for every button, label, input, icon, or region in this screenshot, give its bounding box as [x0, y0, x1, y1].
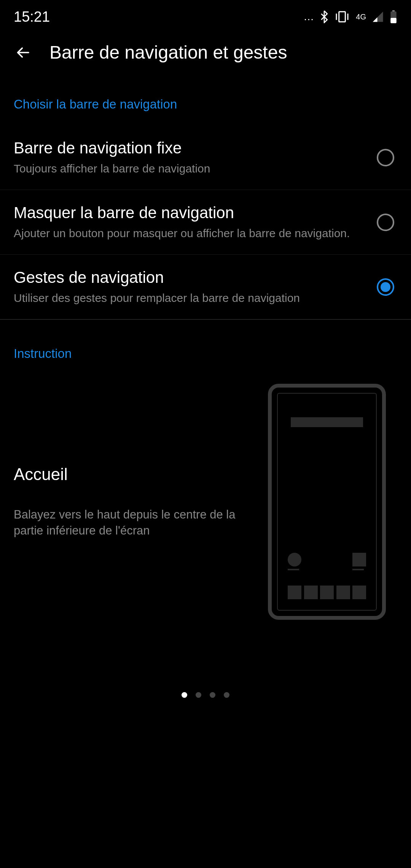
instruction-section: Instruction Accueil Balayez vers le haut… [0, 320, 411, 620]
page-title: Barre de navigation et gestes [49, 42, 287, 63]
pager-dot[interactable] [224, 692, 229, 698]
pager-dot-active[interactable] [182, 692, 187, 698]
network-type-label: 4G [356, 13, 366, 21]
option-text: Barre de navigation fixe Toujours affich… [14, 139, 377, 176]
option-subtitle: Utiliser des gestes pour remplacer la ba… [14, 290, 362, 305]
back-button[interactable] [15, 45, 30, 60]
option-title: Gestes de navigation [14, 268, 362, 287]
section-header-instruction: Instruction [14, 320, 397, 384]
option-subtitle: Toujours afficher la barre de navigation [14, 161, 362, 176]
mockup-widgets [278, 553, 376, 570]
mockup-topbar [291, 417, 363, 427]
mockup-dock-item [352, 586, 366, 599]
pager-dot[interactable] [196, 692, 201, 698]
nav-options-group: Barre de navigation fixe Toujours affich… [0, 125, 411, 320]
battery-icon [390, 10, 397, 23]
pager-dot[interactable] [210, 692, 215, 698]
svg-rect-5 [390, 18, 396, 23]
svg-rect-0 [339, 12, 346, 22]
pager-dots[interactable] [0, 692, 411, 698]
mockup-dock-item [336, 586, 350, 599]
phone-mockup [268, 384, 386, 620]
option-title: Masquer la barre de navigation [14, 204, 362, 222]
option-text: Masquer la barre de navigation Ajouter u… [14, 204, 377, 241]
option-text: Gestes de navigation Utiliser des gestes… [14, 268, 377, 305]
more-icon: … [303, 11, 314, 23]
gesture-description: Balayez vers le haut depuis le centre de… [14, 507, 253, 539]
vibrate-icon [335, 10, 350, 23]
option-hide-nav[interactable]: Masquer la barre de navigation Ajouter u… [0, 190, 411, 255]
status-icons: … 4G [303, 10, 397, 23]
svg-rect-3 [392, 10, 395, 11]
radio-unselected[interactable] [377, 214, 394, 231]
mockup-dock-item [304, 586, 318, 599]
option-subtitle: Ajouter un bouton pour masquer ou affich… [14, 226, 362, 241]
instruction-text: Accueil Balayez vers le haut depuis le c… [14, 465, 253, 539]
mockup-dock-item [288, 586, 301, 599]
mockup-dock [278, 586, 376, 599]
radio-selected[interactable] [377, 278, 394, 296]
app-bar: Barre de navigation et gestes [0, 30, 411, 78]
gesture-title: Accueil [14, 465, 253, 484]
back-arrow-icon [15, 44, 30, 61]
mockup-widget-line [288, 569, 299, 570]
bluetooth-icon [320, 10, 328, 23]
status-time: 15:21 [14, 9, 50, 25]
radio-unselected[interactable] [377, 149, 394, 166]
signal-icon [372, 11, 384, 22]
option-title: Barre de navigation fixe [14, 139, 362, 157]
phone-screen [277, 393, 377, 611]
mockup-dock-item [320, 586, 334, 599]
option-fixed-nav[interactable]: Barre de navigation fixe Toujours affich… [0, 125, 411, 190]
mockup-widget-square [352, 553, 366, 566]
option-gesture-nav[interactable]: Gestes de navigation Utiliser des gestes… [0, 255, 411, 319]
mockup-widget-circle [288, 553, 301, 566]
mockup-widget-line [352, 569, 364, 570]
status-bar: 15:21 … 4G [0, 0, 411, 30]
instruction-content[interactable]: Accueil Balayez vers le haut depuis le c… [14, 384, 397, 620]
section-header-choose-nav: Choisir la barre de navigation [0, 78, 411, 125]
